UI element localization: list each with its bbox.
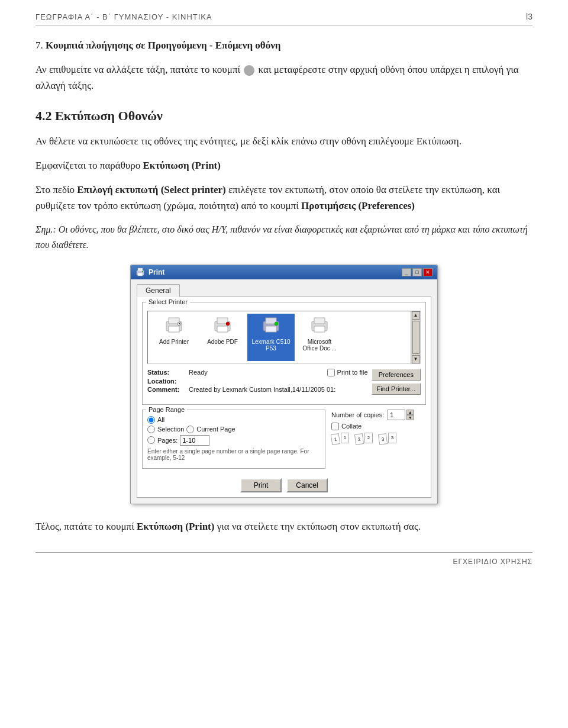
printer-icon [135,268,145,277]
page-range-copies-row: Page Range All Selection Current Page [142,410,426,473]
location-label: Location: [147,378,189,385]
close-button[interactable]: ✕ [423,268,433,276]
copies-input[interactable] [388,410,405,420]
scroll-down-arrow[interactable]: ▼ [412,355,420,363]
status-section: Status: Ready Print to file Location: [147,369,421,395]
ms-printer-icon-box [306,314,333,337]
dialog-footer: Print Cancel [142,478,426,492]
page-range-fieldset: Page Range All Selection Current Page [142,410,325,469]
status-row: Status: Ready Print to file [147,369,368,376]
status-details: Status: Ready Print to file Location: [147,369,368,394]
radio-pages-row: Pages: [147,435,320,446]
copies-section: Number of copies: ▲ ▼ Collat [331,410,426,444]
add-printer-icon-box [160,314,188,337]
dialog-titlebar: Print _ □ ✕ [131,265,437,279]
printer-item-adobe[interactable]: Adobe PDF [199,314,246,361]
svg-rect-6 [169,326,179,332]
print-to-file-label: Print to file [337,369,368,376]
comment-value: Created by Lexmark Custom Install,14/11/… [189,386,368,393]
section7-heading: 7. Κουμπιά πλοήγησης σε Προηγούμενη - Επ… [36,37,532,53]
collate-page-1: 1 [331,433,340,445]
radio-pages[interactable] [147,436,155,444]
svg-rect-20 [314,326,325,332]
maximize-button[interactable]: □ [412,268,422,276]
copies-spin-arrows: ▲ ▼ [406,410,414,420]
radio-all-row: All [147,416,320,424]
adobe-printer-icon-box [209,314,236,337]
add-printer-icon [163,315,185,336]
printer-scrollbar[interactable]: ▲ ▼ [411,311,420,363]
svg-rect-12 [217,326,228,332]
section42-para1: Αν θέλετε να εκτυπώσετε τις οθόνες της ε… [36,133,532,149]
find-printer-button[interactable]: Find Printer... [372,383,421,395]
cancel-button[interactable]: Cancel [286,478,328,492]
printer-side-buttons: Preferences Find Printer... [372,369,421,395]
copies-down[interactable]: ▼ [406,415,414,420]
copies-up[interactable]: ▲ [406,410,414,415]
print-to-file-row: Print to file [327,369,368,376]
printer-scroll-area[interactable]: Add Printer [147,311,421,364]
ms-printer-icon [308,315,331,336]
radio-selection-label: Selection [157,426,184,433]
svg-rect-19 [314,318,325,324]
adobe-pdf-icon [211,315,234,336]
printer-item-lexmark[interactable]: Lexmark C510P53 [247,314,295,361]
header-title: ΓΕΩΓΡΑΦΙΑ Α΄ - Β΄ ΓΥΜΝΑΣΙΟΥ - ΚΙΝΗΤΙΚΑ [36,12,212,21]
comment-label: Comment: [147,386,189,393]
page-footer: ΕΓΧΕΙΡΙΔΙΟ ΧΡΗΣΗΣ [36,552,532,566]
print-to-file-checkbox[interactable] [327,369,335,376]
printer-list: Add Printer [148,311,411,363]
collate-page-3: 3 [378,433,388,445]
radio-current[interactable] [186,426,194,433]
collate-page-1b: 1 [341,433,349,443]
radio-all[interactable] [147,416,155,424]
scroll-up-arrow[interactable]: ▲ [412,311,420,320]
lexmark-printer-icon [260,315,282,336]
svg-point-3 [142,271,143,272]
dialog-body: General Select Printer [131,279,437,504]
svg-point-17 [275,322,278,326]
copies-row: Number of copies: ▲ ▼ [331,410,426,420]
collate-checkbox[interactable] [331,423,339,430]
pages-input[interactable] [180,435,209,446]
section42-para3: Στο πεδίο Επιλογή εκτυπωτή (Select print… [36,182,532,214]
minimize-button[interactable]: _ [402,268,411,276]
tab-general[interactable]: General [137,284,180,297]
pages-hint: Enter either a single page number or a s… [147,448,320,461]
status-value: Ready [189,369,321,376]
page-header: ΓΕΩΓΡΑΦΙΑ Α΄ - Β΄ ΓΥΜΝΑΣΙΟΥ - ΚΙΝΗΤΙΚΑ l… [36,12,532,25]
header-page: l3 [526,12,532,21]
comment-row: Comment: Created by Lexmark Custom Insta… [147,386,368,393]
page-range-legend: Page Range [146,406,187,413]
section42-note: Σημ.: Οι οθόνες, που θα βλέπετε, στο δικ… [36,222,532,252]
titlebar-controls[interactable]: _ □ ✕ [402,268,433,276]
collate-row: Collate [331,423,426,430]
svg-rect-1 [138,268,143,271]
printer-item-add[interactable]: Add Printer [150,314,198,361]
radio-current-label: Current Page [196,426,235,433]
collate-label: Collate [341,423,362,430]
location-row: Location: [147,378,368,385]
footer-text: ΕΓΧΕΙΡΙΔΙΟ ΧΡΗΣΗΣ [453,558,533,566]
titlebar-left: Print [135,268,164,277]
print-dialog: Print _ □ ✕ General Select Printer [130,265,438,504]
status-label: Status: [147,369,189,376]
dialog-panel: Select Printer [137,297,431,498]
section42-heading: 4.2 Εκτύπωση Οθονών [36,108,532,124]
radio-selection-row: Selection Current Page [147,426,320,433]
collate-page-2b: 2 [364,433,373,443]
section42-para2: Εμφανίζεται το παράθυρο Εκτύπωση (Print) [36,157,532,173]
printer-item-ms[interactable]: MicrosoftOffice Doc ... [296,314,343,361]
copies-col: Number of copies: ▲ ▼ Collat [331,410,426,473]
radio-all-label: All [157,416,164,423]
svg-rect-2 [138,273,143,276]
preferences-button[interactable]: Preferences [372,369,421,381]
print-button[interactable]: Print [240,478,282,492]
radio-pages-label: Pages: [157,437,178,444]
radio-selection[interactable] [147,426,155,433]
collate-page-3b: 3 [388,433,396,443]
collate-icons: 1 1 2 2 3 3 [331,433,426,444]
section7-para1: Αν επιθυμείτε να αλλάξετε τάξη, πατάτε τ… [36,62,532,94]
scroll-thumb[interactable] [412,321,419,354]
tab-bar: General [137,284,431,297]
